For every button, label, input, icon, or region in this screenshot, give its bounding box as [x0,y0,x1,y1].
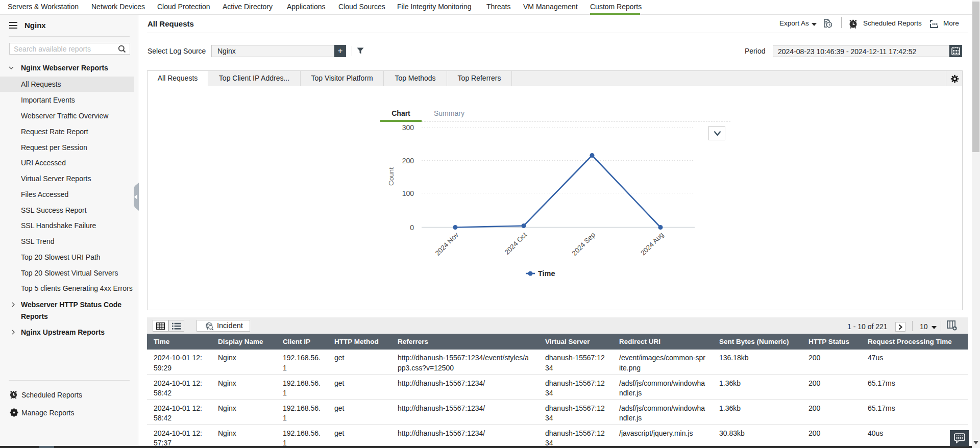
svg-text:2024 Aug: 2024 Aug [639,231,665,257]
svg-text:2024 Oct: 2024 Oct [503,231,529,256]
svg-text:2024 Sep: 2024 Sep [571,231,597,257]
svg-text:300: 300 [402,123,414,132]
svg-text:100: 100 [402,189,414,197]
svg-text:Time: Time [538,269,555,278]
svg-text:0: 0 [410,223,414,232]
svg-text:Count: Count [387,167,395,186]
svg-text:2024 Nov: 2024 Nov [434,231,460,257]
svg-text:200: 200 [402,157,414,165]
